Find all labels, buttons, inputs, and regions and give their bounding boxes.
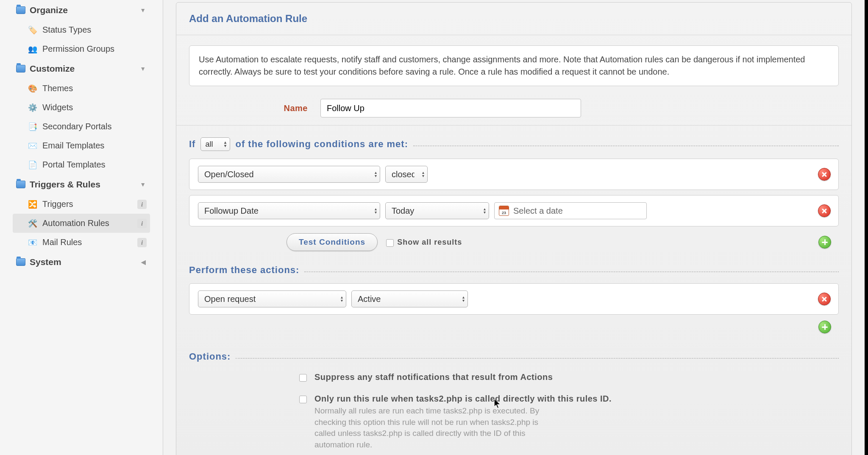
remove-condition-button[interactable] (818, 204, 831, 217)
options-header: Options: (189, 351, 839, 362)
remove-action-button[interactable] (818, 293, 831, 305)
sidebar-item-permission-groups[interactable]: 👥 Permission Groups (13, 39, 150, 59)
action-row: Open request ▴▾ Active ▴▾ (189, 283, 839, 315)
dotted-line (413, 145, 839, 146)
mail-icon: ✉️ (28, 141, 37, 151)
chevron-down-icon: ▼ (140, 65, 146, 72)
tag-icon: 🏷️ (28, 25, 37, 35)
sidebar-item-automation-rules[interactable]: 🛠️ Automation Rules i (13, 214, 150, 233)
options-header-text: Options: (189, 351, 231, 362)
folder-icon (16, 6, 25, 14)
action-value-select[interactable]: Active (351, 290, 468, 307)
show-all-checkbox[interactable] (386, 239, 394, 247)
sidebar-item-label: Triggers (42, 199, 73, 209)
cond-suffix: of the following conditions are met: (235, 139, 408, 150)
condition-row: Followup Date ▴▾ Today ▴▾ Select a date (189, 195, 839, 226)
option-text: Only run this rule when tasks2.php is ca… (314, 394, 612, 450)
palette-icon: 🎨 (28, 84, 37, 93)
test-row: Test Conditions Show all results (189, 232, 839, 253)
sidebar-group-label: System (30, 257, 61, 267)
chevron-left-icon: ◀ (141, 259, 146, 265)
sidebar-item-widgets[interactable]: ⚙️ Widgets (13, 98, 150, 117)
sidebar-item-secondary-portals[interactable]: 📑 Secondary Portals (13, 117, 150, 136)
panel-body: Use Automation to escalate requests, not… (176, 35, 851, 455)
sidebar-item-label: Permission Groups (42, 44, 114, 54)
chevron-down-icon: ▼ (140, 7, 146, 14)
action-type-select[interactable]: Open request (198, 290, 346, 307)
actions-header-text: Perform these actions: (189, 265, 299, 276)
sidebar-item-label: Automation Rules (42, 218, 109, 228)
folder-icon (16, 65, 25, 73)
folder-icon (16, 258, 25, 266)
field-select-wrap: Followup Date ▴▾ (198, 202, 380, 219)
option-label: Suppress any staff notifications that re… (314, 372, 553, 382)
info-icon[interactable]: i (137, 238, 147, 247)
option-label: Only run this rule when tasks2.php is ca… (314, 394, 612, 404)
condition-field-select[interactable]: Open/Closed (198, 166, 380, 183)
sidebar-group-triggers-rules[interactable]: Triggers & Rules ▼ (13, 174, 150, 195)
op-select-wrap: closed ▴▾ (385, 166, 428, 183)
calendar-icon (499, 206, 509, 216)
action-value-wrap: Active ▴▾ (351, 290, 468, 307)
info-icon[interactable]: i (137, 200, 147, 209)
test-conditions-button[interactable]: Test Conditions (287, 233, 378, 251)
folder-icon (16, 181, 25, 188)
portal-icon: 📑 (28, 122, 37, 131)
show-all-label: Show all results (397, 238, 462, 247)
dotted-line (304, 271, 839, 272)
app-root: Organize ▼ 🏷️ Status Types 👥 Permission … (0, 0, 868, 455)
sidebar-inner: Organize ▼ 🏷️ Status Types 👥 Permission … (0, 0, 163, 272)
condition-op-select[interactable]: Today (385, 202, 489, 219)
action-type-wrap: Open request ▴▾ (198, 290, 346, 307)
panel-title: Add an Automation Rule (176, 3, 851, 35)
sidebar-item-triggers[interactable]: 🔀 Triggers i (13, 195, 150, 214)
gear-icon: ⚙️ (28, 103, 37, 112)
sidebar-item-email-templates[interactable]: ✉️ Email Templates (13, 136, 150, 155)
sidebar: Organize ▼ 🏷️ Status Types 👥 Permission … (0, 0, 163, 455)
sidebar-item-status-types[interactable]: 🏷️ Status Types (13, 20, 150, 39)
sidebar-item-themes[interactable]: 🎨 Themes (13, 79, 150, 98)
sidebar-group-system[interactable]: System ◀ (13, 252, 150, 272)
suppress-notifications-checkbox[interactable] (299, 374, 307, 382)
wrench-icon: 🛠️ (28, 219, 37, 228)
actions-header: Perform these actions: (189, 265, 839, 276)
sidebar-item-label: Secondary Portals (42, 122, 111, 131)
sidebar-item-label: Themes (42, 84, 73, 93)
notice-text: Use Automation to escalate requests, not… (189, 45, 839, 86)
sidebar-item-mail-rules[interactable]: 📧 Mail Rules i (13, 233, 150, 252)
condition-field-select[interactable]: Followup Date (198, 202, 380, 219)
conditions-header: If all ▴▾ of the following conditions ar… (189, 137, 839, 151)
sidebar-group-label: Organize (30, 5, 68, 15)
cond-prefix: If (189, 139, 195, 150)
field-select-wrap: Open/Closed ▴▾ (198, 166, 380, 183)
show-all-wrap[interactable]: Show all results (386, 237, 462, 247)
sidebar-item-portal-templates[interactable]: 📄 Portal Templates (13, 155, 150, 174)
users-icon: 👥 (28, 45, 37, 54)
sidebar-item-label: Status Types (42, 25, 91, 35)
run-only-direct-checkbox[interactable] (299, 396, 307, 403)
automation-rule-panel: Add an Automation Rule Use Automation to… (176, 2, 852, 455)
option-description: Normally all rules are run each time tas… (314, 405, 552, 450)
info-icon[interactable]: i (137, 219, 147, 228)
sidebar-group-label: Triggers & Rules (30, 179, 100, 190)
sidebar-group-label: Customize (30, 64, 75, 74)
sidebar-item-label: Email Templates (42, 141, 104, 151)
condition-row: Open/Closed ▴▾ closed ▴▾ (189, 159, 839, 190)
date-input[interactable]: Select a date (494, 202, 647, 219)
sidebar-group-organize[interactable]: Organize ▼ (13, 0, 150, 20)
chevron-down-icon: ▼ (140, 181, 146, 188)
main-content: Add an Automation Rule Use Automation to… (163, 0, 868, 455)
option-text: Suppress any staff notifications that re… (314, 372, 553, 382)
document-icon: 📄 (28, 160, 37, 170)
dotted-line (236, 358, 839, 359)
remove-condition-button[interactable] (818, 168, 831, 181)
name-row: Name (189, 99, 839, 117)
trigger-icon: 🔀 (28, 200, 37, 209)
cond-mode-select[interactable]: all (200, 137, 230, 151)
name-input[interactable] (320, 99, 581, 117)
date-placeholder: Select a date (513, 206, 563, 216)
add-action-button[interactable] (818, 321, 831, 333)
condition-op-select[interactable]: closed (385, 166, 428, 183)
sidebar-group-customize[interactable]: Customize ▼ (13, 59, 150, 79)
add-condition-button[interactable] (818, 236, 831, 248)
